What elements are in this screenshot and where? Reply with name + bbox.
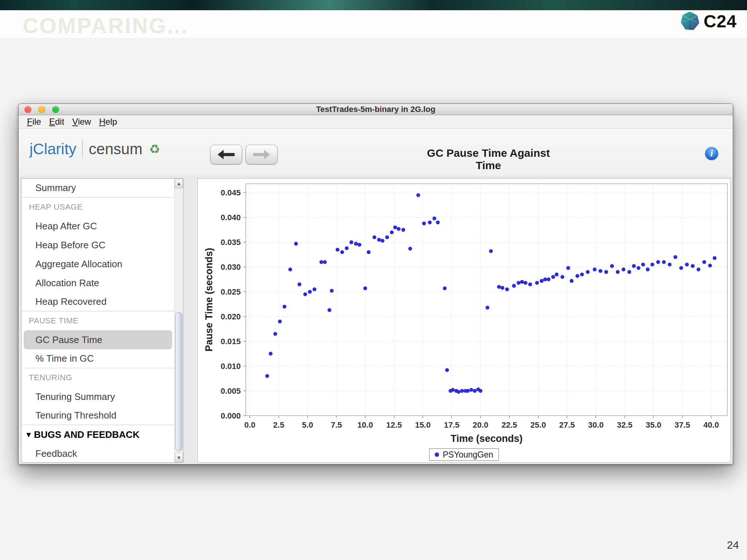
sidebar-label: Heap After GC [35, 221, 97, 232]
svg-text:27.5: 27.5 [559, 420, 575, 429]
sidebar-item-heap-after-gc[interactable]: Heap After GC [22, 217, 174, 236]
info-icon[interactable]: i [705, 147, 718, 160]
sidebar-label: Heap Recovered [35, 296, 107, 307]
sidebar-label: % Time in GC [35, 353, 94, 364]
slide-title-watermark: COMPARING... [23, 13, 189, 38]
sidebar: SummaryHEAP USAGEHeap After GCHeap Befor… [21, 178, 183, 463]
scatter-plot: 0.02.55.07.510.012.515.017.520.022.525.0… [198, 179, 731, 449]
c24-logo-icon [680, 11, 700, 31]
svg-text:7.5: 7.5 [331, 420, 342, 429]
svg-text:20.0: 20.0 [473, 420, 488, 429]
forward-arrow-icon [252, 149, 271, 160]
svg-text:0.015: 0.015 [221, 337, 241, 346]
window-titlebar[interactable]: TestTrades-5m-binary in 2G.log [19, 104, 733, 115]
sidebar-item-feedback[interactable]: Feedback [22, 444, 174, 463]
svg-text:22.5: 22.5 [502, 420, 517, 429]
sidebar-scrollbar[interactable]: ▲ ▼ [174, 179, 183, 462]
header-image-strip [0, 0, 747, 10]
sidebar-label: HEAP USAGE [29, 202, 83, 212]
sidebar-item-heap-before-gc[interactable]: Heap Before GC [22, 236, 174, 254]
svg-text:32.5: 32.5 [617, 420, 632, 429]
svg-text:37.5: 37.5 [674, 420, 690, 429]
svg-text:15.0: 15.0 [415, 420, 431, 429]
chart-title: GC Pause Time Against Time [415, 147, 561, 172]
toolbar: jClarity censum ♻ GC Pause Time Against … [19, 129, 733, 175]
svg-text:0.010: 0.010 [221, 362, 241, 371]
sidebar-item-aggregate-allocation[interactable]: Aggregate Allocation [22, 254, 174, 273]
sidebar-label: Tenuring Threshold [35, 410, 116, 421]
sidebar-item-bugs-and-feedback[interactable]: ▾BUGS AND FEEDBACK [22, 425, 174, 444]
sidebar-label: GC Pause Time [35, 334, 102, 346]
sidebar-section-heap-usage: HEAP USAGE [22, 198, 174, 217]
svg-text:0.0: 0.0 [244, 420, 256, 429]
svg-text:Pause Time (seconds): Pause Time (seconds) [204, 248, 214, 352]
sidebar-label: Aggregate Allocation [35, 258, 123, 270]
sidebar-label: TENURING [29, 373, 72, 382]
scroll-down-button[interactable]: ▼ [175, 453, 183, 462]
scroll-up-button[interactable]: ▲ [175, 179, 183, 188]
sidebar-label: BUGS AND FEEDBACK [34, 429, 139, 440]
sidebar-item-gc-pause-time[interactable]: GC Pause Time [24, 330, 172, 349]
legend-label: PSYoungGen [443, 450, 494, 460]
sidebar-item-tenuring-threshold[interactable]: Tenuring Threshold [22, 406, 174, 425]
svg-text:35.0: 35.0 [646, 420, 661, 429]
menu-file[interactable]: File [23, 117, 45, 127]
jclarity-logo-text: jClarity [30, 140, 76, 158]
c24-logo-text: C24 [704, 11, 737, 31]
censum-window: TestTrades-5m-binary in 2G.log FileEditV… [18, 104, 733, 464]
svg-text:2.5: 2.5 [273, 420, 285, 429]
sidebar-list: SummaryHEAP USAGEHeap After GCHeap Befor… [22, 179, 174, 462]
sidebar-item-summary[interactable]: Summary [22, 179, 174, 198]
svg-text:0.025: 0.025 [221, 287, 241, 296]
svg-text:40.0: 40.0 [703, 420, 719, 429]
menu-view[interactable]: View [68, 117, 95, 127]
sidebar-label: Summary [35, 182, 76, 194]
sidebar-item-heap-recovered[interactable]: Heap Recovered [22, 292, 174, 311]
svg-text:25.0: 25.0 [530, 420, 546, 429]
brand-separator [82, 140, 83, 159]
svg-text:0.045: 0.045 [221, 188, 241, 197]
window-title: TestTrades-5m-binary in 2G.log [316, 105, 435, 114]
svg-text:0.020: 0.020 [221, 312, 241, 321]
svg-text:Time (seconds): Time (seconds) [450, 433, 523, 444]
menu-help[interactable]: Help [95, 117, 121, 127]
scatter-points [265, 193, 716, 394]
sidebar-label: Allocation Rate [35, 277, 99, 289]
zoom-button[interactable] [52, 106, 59, 113]
censum-logo-text: censum [89, 140, 142, 158]
sidebar-label: Tenuring Summary [35, 391, 115, 402]
legend-marker-icon [435, 452, 439, 457]
svg-text:5.0: 5.0 [302, 420, 313, 429]
sidebar-item-tenuring-summary[interactable]: Tenuring Summary [22, 387, 174, 406]
svg-text:0.005: 0.005 [221, 386, 241, 396]
svg-text:0.030: 0.030 [221, 262, 241, 272]
c24-logo: C24 [680, 11, 737, 31]
sidebar-section-pause-time: PAUSE TIME [22, 311, 174, 330]
sidebar-item-time-in-gc[interactable]: % Time in GC [22, 349, 174, 368]
scrollbar-thumb[interactable] [175, 312, 182, 451]
recycle-bin-icon: ♻ [149, 142, 160, 156]
sidebar-label: Heap Before GC [35, 240, 105, 251]
svg-text:0.035: 0.035 [221, 238, 241, 247]
brand: jClarity censum ♻ [30, 140, 160, 159]
menu-bar: FileEditViewHelp [19, 115, 733, 129]
back-arrow-icon [217, 149, 236, 160]
sidebar-item-allocation-rate[interactable]: Allocation Rate [22, 273, 174, 292]
svg-text:10.0: 10.0 [357, 420, 373, 429]
svg-text:12.5: 12.5 [386, 420, 402, 429]
svg-text:0.040: 0.040 [221, 213, 241, 222]
slide: COMPARING... C24 24 TestTra [0, 0, 747, 560]
page-number: 24 [727, 539, 739, 551]
chart-panel[interactable]: 0.02.55.07.510.012.515.017.520.022.525.0… [197, 178, 731, 463]
sidebar-label: PAUSE TIME [29, 316, 78, 326]
minimize-button[interactable] [38, 106, 45, 113]
disclosure-triangle-icon[interactable]: ▾ [27, 430, 31, 439]
close-button[interactable] [24, 106, 31, 113]
forward-button[interactable] [245, 145, 278, 164]
sidebar-section-tenuring: TENURING [22, 368, 174, 387]
sidebar-label: Feedback [35, 448, 77, 459]
back-button[interactable] [210, 145, 242, 164]
svg-text:30.0: 30.0 [588, 420, 604, 429]
svg-text:0.000: 0.000 [221, 411, 241, 420]
menu-edit[interactable]: Edit [45, 117, 68, 127]
